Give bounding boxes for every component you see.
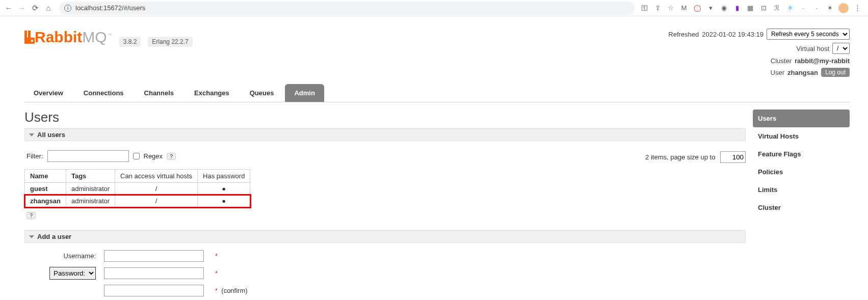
password-input[interactable] xyxy=(104,267,204,279)
required-mark: * xyxy=(215,269,218,277)
password-type-select[interactable]: Password: xyxy=(49,267,96,280)
profile-avatar-icon[interactable] xyxy=(838,3,849,13)
admin-sidebar: Users Virtual Hosts Feature Flags Polici… xyxy=(753,110,850,300)
share-icon[interactable]: ⇪ xyxy=(653,4,662,13)
pagesize-label: 2 items, page size up to xyxy=(645,153,715,161)
version-badge: 3.8.2 xyxy=(119,37,141,47)
main-tabs: Overview Connections Channels Exchanges … xyxy=(24,84,850,102)
add-user-label: Add a user xyxy=(37,233,71,240)
col-name[interactable]: Name xyxy=(25,170,66,183)
refresh-interval-select[interactable]: Refresh every 5 seconds xyxy=(767,29,850,40)
regex-help[interactable]: ? xyxy=(167,153,176,160)
tab-overview[interactable]: Overview xyxy=(24,84,72,102)
all-users-header[interactable]: All users xyxy=(24,128,746,141)
filter-input[interactable] xyxy=(47,150,129,162)
col-password: Has password xyxy=(198,170,250,183)
logo-text-rabbit: Rabbit xyxy=(35,29,82,45)
all-users-label: All users xyxy=(37,131,65,139)
refreshed-label: Refreshed xyxy=(668,31,699,38)
user-tags-cell: administrator xyxy=(66,195,115,207)
logout-button[interactable]: Log out xyxy=(821,68,850,77)
add-user-header[interactable]: Add a user xyxy=(24,230,746,243)
tab-exchanges[interactable]: Exchanges xyxy=(185,84,239,102)
ext-dot1-icon[interactable]: · xyxy=(799,4,808,13)
filter-row: Filter: Regex ? xyxy=(27,150,176,162)
star-icon[interactable]: ☆ xyxy=(666,4,675,13)
col-tags[interactable]: Tags xyxy=(66,170,115,183)
browser-chrome: ← → ⟳ ⌂ i localhost:15672/#/users ⚿ ⇪ ☆ … xyxy=(0,0,868,16)
tab-channels[interactable]: Channels xyxy=(135,84,183,102)
logo-text-mq: MQ xyxy=(82,29,107,45)
ext-puzzle-icon[interactable]: ✶ xyxy=(825,4,834,13)
password-confirm-input[interactable] xyxy=(104,285,204,296)
user-label: User xyxy=(771,69,784,76)
user-tags-cell: administrator xyxy=(66,183,115,195)
vhost-label: Virtual host xyxy=(796,45,829,52)
sidebar-item-feature-flags[interactable]: Feature Flags xyxy=(753,145,850,163)
ext-globe-icon[interactable]: ◉ xyxy=(719,4,728,13)
required-mark: * xyxy=(215,287,218,294)
required-mark: * xyxy=(215,252,218,260)
svg-rect-1 xyxy=(28,31,31,38)
tab-queues[interactable]: Queues xyxy=(241,84,283,102)
address-bar[interactable]: i localhost:15672/#/users xyxy=(59,2,635,15)
table-row[interactable]: guest administrator / ● xyxy=(25,183,250,195)
ext-grid-icon[interactable]: ▦ xyxy=(746,4,755,13)
username-input[interactable] xyxy=(104,250,204,262)
cluster-name: rabbit@my-rabbit xyxy=(795,57,850,65)
url-text: localhost:15672/#/users xyxy=(75,4,145,12)
col-vhosts: Can access virtual hosts xyxy=(115,170,198,183)
sidebar-item-vhosts[interactable]: Virtual Hosts xyxy=(753,127,850,145)
sidebar-item-cluster[interactable]: Cluster xyxy=(753,199,850,216)
sidebar-item-policies[interactable]: Policies xyxy=(753,163,850,181)
logo-block: RabbitMQ™ 3.8.2 Erlang 22.2.7 xyxy=(24,29,193,47)
sidebar-item-users[interactable]: Users xyxy=(753,110,850,127)
refreshed-time: 2022-01-02 19:43:19 xyxy=(702,31,764,38)
vhost-select[interactable]: / xyxy=(832,43,850,54)
ext-snow-icon[interactable]: ✳ xyxy=(785,4,795,13)
user-pwd-cell: ● xyxy=(198,195,250,207)
username-label: Username: xyxy=(63,252,96,260)
erlang-badge: Erlang 22.2.7 xyxy=(148,37,192,47)
ext-v-icon[interactable]: ▾ xyxy=(706,4,715,13)
tab-connections[interactable]: Connections xyxy=(74,84,133,102)
pagesize-control: 2 items, page size up to xyxy=(645,151,746,163)
table-row[interactable]: zhangsan administrator / ● xyxy=(25,195,250,207)
user-vhosts-cell: / xyxy=(115,195,198,207)
svg-point-3 xyxy=(31,40,33,42)
sidebar-item-limits[interactable]: Limits xyxy=(753,181,850,199)
user-name: zhangsan xyxy=(787,69,818,76)
key-icon[interactable]: ⚿ xyxy=(640,4,649,13)
collapse-icon xyxy=(29,235,34,238)
site-info-icon[interactable]: i xyxy=(64,5,71,12)
ext-dot2-icon[interactable]: · xyxy=(812,4,821,13)
pagesize-input[interactable] xyxy=(720,151,746,163)
ext-dash-icon[interactable]: ⊡ xyxy=(759,4,768,13)
add-user-form: Username: * Password: * * ( xyxy=(24,247,252,300)
forward-icon[interactable]: → xyxy=(16,3,28,14)
rabbitmq-logo-icon xyxy=(24,31,35,44)
menu-icon[interactable]: ⋮ xyxy=(853,4,862,13)
ext-purple-icon[interactable]: ▮ xyxy=(732,4,742,13)
ext-red-icon[interactable]: ◯ xyxy=(693,4,702,13)
gmail-icon[interactable]: M xyxy=(679,4,689,13)
page-title: Users xyxy=(24,110,746,125)
filter-label: Filter: xyxy=(27,152,43,160)
svg-rect-0 xyxy=(24,31,27,38)
regex-label: Regex xyxy=(144,152,163,160)
header-right: Refreshed 2022-01-02 19:43:19 Refresh ev… xyxy=(668,29,850,80)
regex-checkbox[interactable] xyxy=(133,153,140,159)
home-icon[interactable]: ⌂ xyxy=(43,3,54,14)
tab-admin[interactable]: Admin xyxy=(285,84,324,102)
rabbitmq-logo: RabbitMQ™ xyxy=(24,29,112,46)
table-help[interactable]: ? xyxy=(27,212,36,219)
reload-icon[interactable]: ⟳ xyxy=(30,3,41,14)
user-name-cell[interactable]: guest xyxy=(25,183,66,195)
back-icon[interactable]: ← xyxy=(3,3,14,14)
users-table: Name Tags Can access virtual hosts Has p… xyxy=(24,169,250,207)
confirm-label: (confirm) xyxy=(221,287,247,294)
extensions-area: ⚿ ⇪ ☆ M ◯ ▾ ◉ ▮ ▦ ⊡ ℛ ✳ · · ✶ ⋮ xyxy=(640,3,865,13)
user-name-cell[interactable]: zhangsan xyxy=(25,195,66,207)
user-pwd-cell: ● xyxy=(198,183,250,195)
ext-r-icon[interactable]: ℛ xyxy=(772,4,781,13)
